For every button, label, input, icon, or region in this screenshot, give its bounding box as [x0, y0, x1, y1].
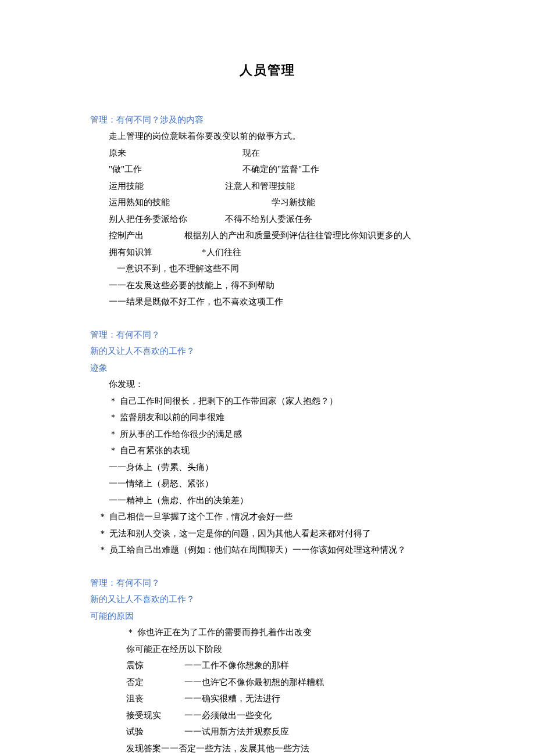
stage-row: 否定 一一也许它不像你最初想的那样糟糕 — [126, 674, 445, 691]
section1-bullet: 一意识不到，也不理解这些不同 — [117, 260, 445, 277]
stage-name: 震惊 — [126, 657, 184, 674]
stage-desc: 一一必须做出一些变化 — [184, 707, 445, 724]
compare-row: 拥有知识算 *人们往往 — [109, 244, 445, 261]
cell-before: 运用熟知的技能 — [109, 194, 272, 211]
cell-before: 控制产出 — [109, 227, 184, 244]
stage-row: 震惊 一一工作不像你想象的那样 — [126, 657, 445, 674]
list-item: ＊ 自己相信一旦掌握了这个工作，情况才会好一些 — [98, 508, 445, 525]
page-title: 人员管理 — [90, 58, 445, 83]
section3-intro1: ＊ 你也许正在为了工作的需要而挣扎着作出改变 — [126, 624, 445, 641]
cell-now: 注意人和管理技能 — [225, 178, 445, 195]
cell-now: 学习新技能 — [272, 194, 445, 211]
section1-intro: 走上管理的岗位意味着你要改变以前的做事方式。 — [109, 128, 445, 145]
cell-now: 不确定的"监督"工作 — [242, 161, 445, 178]
section2-intro: 你发现： — [109, 376, 445, 393]
stage-row: 试验 一一试用新方法并观察反应 — [126, 723, 445, 740]
list-item: ＊ 监督朋友和以前的同事很难 — [109, 409, 445, 426]
stage-name: 否定 — [126, 674, 184, 691]
stage-name: 接受现实 — [126, 707, 184, 724]
section3-heading-1: 管理：有何不同？ — [90, 575, 445, 592]
list-sub-item: 一一身体上（劳累、头痛） — [109, 459, 445, 476]
section3-intro2: 你可能正在经历以下阶段 — [126, 641, 445, 658]
list-item: ＊ 自己工作时间很长，把剩下的工作带回家（家人抱怨？） — [109, 393, 445, 410]
stage-row: 发现答案一一否定一些方法，发展其他一些方法 — [126, 740, 445, 756]
list-item: ＊ 自己有紧张的表现 — [109, 442, 445, 459]
list-item: ＊ 员工给自己出难题（例如：他们站在周围聊天）一一你该如何处理这种情况？ — [98, 542, 445, 558]
list-sub-item: 一一情绪上（易怒、紧张） — [109, 475, 445, 492]
cell-before: 拥有知识算 — [109, 244, 202, 261]
col-before-header: 原来 — [109, 145, 242, 162]
section1-bullet: 一一在发展这些必要的技能上，得不到帮助 — [109, 277, 445, 294]
cell-before: 运用技能 — [109, 178, 225, 195]
compare-row: "做"工作 不确定的"监督"工作 — [109, 161, 445, 178]
section1-heading: 管理：有何不同？涉及的内容 — [90, 112, 445, 128]
section2-heading-3: 迹象 — [90, 360, 445, 377]
cell-before: "做"工作 — [109, 161, 242, 178]
stage-desc: 一一试用新方法并观察反应 — [184, 723, 445, 740]
section3-heading-3: 可能的原因 — [90, 608, 445, 625]
cell-before: 别人把任务委派给你 — [109, 211, 225, 228]
stage-row: 接受现实 一一必须做出一些变化 — [126, 707, 445, 724]
compare-row: 别人把任务委派给你 不得不给别人委派任务 — [109, 211, 445, 228]
section3-heading-2: 新的又让人不喜欢的工作？ — [90, 591, 445, 608]
compare-header: 原来 现在 — [109, 145, 445, 162]
stage-desc: 一一也许它不像你最初想的那样糟糕 — [184, 674, 445, 691]
section2-heading-2: 新的又让人不喜欢的工作？ — [90, 343, 445, 360]
cell-now: *人们往往 — [202, 244, 445, 261]
stage-name: 试验 — [126, 723, 184, 740]
cell-now: 不得不给别人委派任务 — [225, 211, 445, 228]
compare-row: 运用熟知的技能 学习新技能 — [109, 194, 445, 211]
col-now-header: 现在 — [242, 145, 445, 162]
list-item: ＊ 所从事的工作给你很少的满足感 — [109, 426, 445, 443]
section1-bullet: 一一结果是既做不好工作，也不喜欢这项工作 — [109, 293, 445, 310]
list-item: ＊ 无法和别人交谈，这一定是你的问题，因为其他人看起来都对付得了 — [98, 525, 445, 542]
stage-name: 沮丧 — [126, 690, 184, 707]
compare-row: 运用技能 注意人和管理技能 — [109, 178, 445, 195]
compare-row: 控制产出 根据别人的产出和质量受到评估往往管理比你知识更多的人 — [109, 227, 445, 244]
stage-desc: 一一工作不像你想象的那样 — [184, 657, 445, 674]
cell-now: 根据别人的产出和质量受到评估往往管理比你知识更多的人 — [184, 227, 445, 244]
stage-desc: 一一确实很糟，无法进行 — [184, 690, 445, 707]
list-sub-item: 一一精神上（焦虑、作出的决策差） — [109, 492, 445, 509]
section2-heading-1: 管理：有何不同？ — [90, 327, 445, 343]
stage-row: 沮丧 一一确实很糟，无法进行 — [126, 690, 445, 707]
